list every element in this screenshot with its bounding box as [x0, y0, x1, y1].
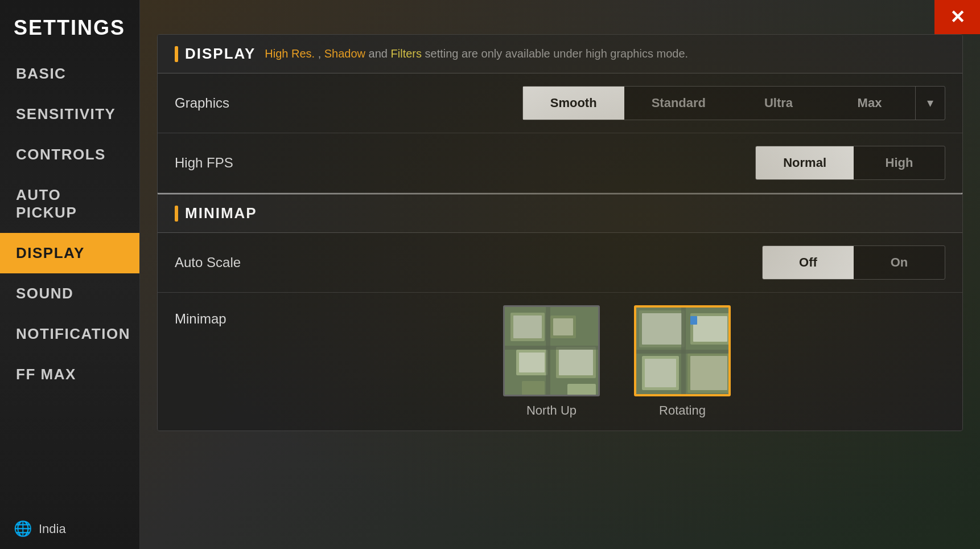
- minimap-section-title: MINIMAP: [185, 204, 257, 222]
- graphics-label: Graphics: [175, 95, 522, 111]
- settings-title: SETTINGS: [0, 0, 139, 54]
- sidebar-item-controls[interactable]: CONTROLS: [0, 134, 139, 175]
- fps-toggle-group: Normal High: [755, 146, 945, 180]
- graphics-standard-option[interactable]: Standard: [624, 87, 733, 120]
- svg-rect-12: [505, 346, 600, 350]
- subtitle-shadow: Shadow: [324, 47, 365, 60]
- svg-rect-20: [645, 359, 676, 387]
- high-fps-label: High FPS: [175, 155, 755, 171]
- svg-rect-11: [546, 307, 550, 396]
- graphics-toggle-group: Smooth Standard Ultra Max ▾: [522, 86, 945, 120]
- display-section: DISPLAY High Res. , Shadow and Filters s…: [158, 35, 962, 192]
- svg-rect-19: [693, 316, 727, 342]
- minimap-north-up-preview: [505, 307, 598, 395]
- graphics-expand-button[interactable]: ▾: [915, 87, 945, 120]
- svg-rect-7: [513, 316, 542, 338]
- minimap-accent-bar: [175, 206, 178, 222]
- display-section-subtitle: High Res. , Shadow and Filters setting a…: [265, 47, 688, 60]
- svg-rect-9: [519, 353, 545, 372]
- sidebar-item-auto-pickup[interactable]: AUTO PICKUP: [0, 175, 139, 233]
- close-icon: ✕: [950, 6, 965, 28]
- auto-scale-on-option[interactable]: On: [854, 246, 945, 279]
- minimap-rotating-preview: [636, 308, 728, 394]
- graphics-smooth-option[interactable]: Smooth: [523, 87, 624, 120]
- fps-high-option[interactable]: High: [854, 146, 945, 179]
- sidebar-item-notification[interactable]: NOTIFICATION: [0, 314, 139, 354]
- svg-rect-22: [690, 316, 697, 325]
- sidebar-item-sensitivity[interactable]: SENSITIVITY: [0, 94, 139, 134]
- region-label: India: [39, 522, 66, 536]
- globe-icon: 🌐: [14, 520, 32, 538]
- chevron-down-icon: ▾: [927, 96, 933, 110]
- sidebar-item-display[interactable]: DISPLAY: [0, 233, 139, 273]
- fps-normal-option[interactable]: Normal: [756, 146, 854, 179]
- main-content: ✕ DISPLAY High Res. , Shadow and Filters…: [140, 0, 980, 549]
- subtitle-high-res: High Res.: [265, 47, 315, 60]
- minimap-rotating-image: [634, 305, 731, 396]
- minimap-section-header: MINIMAP: [158, 194, 962, 233]
- auto-scale-label: Auto Scale: [175, 255, 762, 271]
- minimap-north-up-option[interactable]: North Up: [503, 305, 600, 418]
- svg-rect-8: [553, 318, 573, 335]
- svg-rect-18: [642, 313, 682, 345]
- graphics-options: Smooth Standard Ultra Max: [523, 87, 915, 120]
- display-section-title: DISPLAY: [185, 45, 256, 63]
- sidebar-nav: BASIC SENSITIVITY CONTROLS AUTO PICKUP D…: [0, 54, 139, 509]
- svg-rect-6: [567, 384, 596, 395]
- minimap-north-up-label: North Up: [526, 403, 577, 418]
- minimap-rotating-label: Rotating: [659, 403, 706, 418]
- graphics-max-option[interactable]: Max: [824, 87, 915, 120]
- sidebar-footer: 🌐 India: [0, 509, 139, 549]
- svg-rect-5: [522, 381, 545, 395]
- close-button[interactable]: ✕: [934, 0, 980, 34]
- high-fps-row: High FPS Normal High: [158, 133, 962, 192]
- minimap-options: North Up: [289, 305, 945, 418]
- graphics-row: Graphics Smooth Standard Ultra Ma: [158, 73, 962, 133]
- sidebar-item-basic[interactable]: BASIC: [0, 54, 139, 94]
- svg-rect-24: [636, 350, 731, 354]
- sidebar-item-sound[interactable]: SOUND: [0, 273, 139, 314]
- svg-rect-10: [559, 350, 593, 375]
- settings-panel: DISPLAY High Res. , Shadow and Filters s…: [157, 34, 963, 431]
- svg-rect-21: [690, 356, 727, 390]
- subtitle-filters: Filters: [391, 47, 422, 60]
- sidebar: SETTINGS BASIC SENSITIVITY CONTROLS AUTO…: [0, 0, 140, 549]
- display-section-header: DISPLAY High Res. , Shadow and Filters s…: [158, 35, 962, 73]
- minimap-north-up-image: [503, 305, 600, 396]
- minimap-row: Minimap: [158, 293, 962, 431]
- minimap-section: MINIMAP Auto Scale Off On Minimap: [158, 194, 962, 431]
- sidebar-item-ff-max[interactable]: FF MAX: [0, 354, 139, 395]
- auto-scale-toggle-group: Off On: [762, 245, 945, 280]
- auto-scale-off-option[interactable]: Off: [763, 246, 854, 279]
- graphics-ultra-option[interactable]: Ultra: [733, 87, 824, 120]
- minimap-label: Minimap: [175, 305, 289, 327]
- auto-scale-row: Auto Scale Off On: [158, 233, 962, 293]
- section-accent-bar: [175, 46, 178, 62]
- minimap-rotating-option[interactable]: Rotating: [634, 305, 731, 418]
